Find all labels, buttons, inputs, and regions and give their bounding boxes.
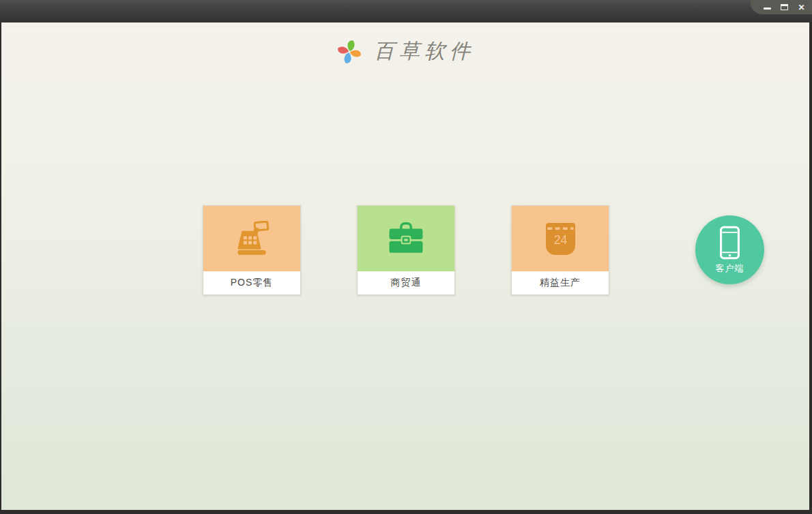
product-tile-pos [203,206,300,271]
mobile-client-label: 客户端 [716,262,744,275]
main-content: 百草软件 POS零售 [1,22,809,510]
maximize-button[interactable] [780,3,789,12]
brand-header: 百草软件 [1,37,809,65]
application-window: ✕ 百草软件 [0,0,812,514]
minimize-button[interactable] [763,3,772,12]
product-label: POS零售 [203,271,300,294]
product-tile-trade [358,206,454,271]
minimize-icon [764,7,771,10]
product-label: 精益生产 [512,271,609,294]
product-card-lean[interactable]: 24 精益生产 [511,205,609,295]
calendar-day-number: 24 [553,233,567,247]
maximize-icon [781,4,788,10]
window-controls: ✕ [751,0,812,14]
smartphone-icon [719,226,740,260]
product-tile-lean: 24 [512,206,609,271]
pinwheel-logo-icon [336,38,363,65]
close-button[interactable]: ✕ [797,3,806,12]
product-label: 商贸通 [358,271,454,294]
product-card-pos[interactable]: POS零售 [203,205,301,295]
cash-register-icon [232,221,272,256]
product-card-trade[interactable]: 商贸通 [357,205,455,295]
calendar-icon: 24 [545,222,577,256]
titlebar[interactable]: ✕ [0,0,812,22]
briefcase-icon [386,222,426,256]
app-title: 百草软件 [374,37,475,65]
close-icon: ✕ [798,3,804,12]
mobile-client-button[interactable]: 客户端 [695,215,764,284]
